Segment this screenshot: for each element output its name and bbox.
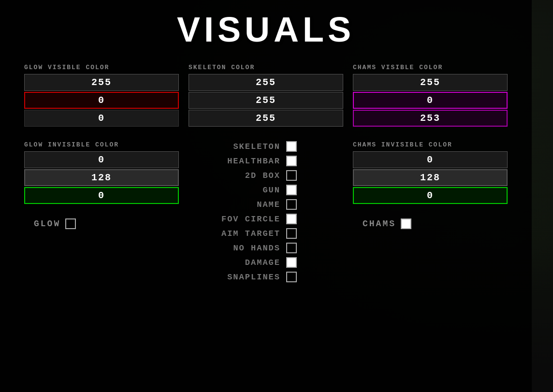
chams-visible-color-section: CHAMS VISIBLE COLOR 255 0 253 <box>348 64 512 136</box>
features-section: SKELETONHEALTHBAR2D BOXGUNNAMEFOV CIRCLE… <box>184 141 348 286</box>
feature-label: DAMAGE <box>213 258 280 267</box>
feature-item-aim-target: AIM TARGET <box>213 228 319 239</box>
glow-visible-b-input[interactable]: 0 <box>24 110 179 127</box>
feature-checkbox-no-hands[interactable] <box>286 243 297 253</box>
glow-invisible-r-input[interactable]: 0 <box>24 151 179 168</box>
glow-visible-color-inputs: 255 0 0 <box>24 74 179 127</box>
page-title: VISUALS <box>19 10 512 49</box>
feature-checkbox-gun[interactable] <box>286 185 297 195</box>
feature-label: HEALTHBAR <box>213 157 280 166</box>
glow-visible-color-section: GLOW VISIBLE COLOR 255 0 0 <box>19 64 184 136</box>
chams-invisible-color-section: CHAMS INVISIBLE COLOR 0 128 0 CHAMS <box>348 141 512 286</box>
chams-invisible-color-inputs: 0 128 0 <box>353 151 508 204</box>
chams-visible-r-input[interactable]: 255 <box>353 74 508 91</box>
chams-toggle-checkbox[interactable] <box>401 218 411 229</box>
glow-visible-r-input[interactable]: 255 <box>24 74 179 91</box>
skeleton-color-label: SKELETON COLOR <box>189 64 343 71</box>
glow-toggle-checkbox[interactable] <box>65 218 76 229</box>
feature-label: AIM TARGET <box>213 229 280 238</box>
feature-item-gun: GUN <box>213 185 319 195</box>
chams-toggle-row: CHAMS <box>363 218 508 229</box>
glow-invisible-g-input[interactable]: 128 <box>24 169 179 186</box>
chams-visible-color-inputs: 255 0 253 <box>353 74 508 127</box>
glow-visible-g-input[interactable]: 0 <box>24 92 179 109</box>
skeleton-color-inputs: 255 255 255 <box>189 74 343 127</box>
feature-label: GUN <box>213 186 280 195</box>
feature-checkbox-snaplines[interactable] <box>286 272 297 282</box>
feature-item-healthbar: HEALTHBAR <box>213 156 319 166</box>
feature-list: SKELETONHEALTHBAR2D BOXGUNNAMEFOV CIRCLE… <box>213 141 319 286</box>
skeleton-g-input[interactable]: 255 <box>189 92 343 109</box>
chams-toggle-label: CHAMS <box>363 219 396 229</box>
chams-visible-b-input[interactable]: 253 <box>353 110 508 127</box>
skeleton-b-input[interactable]: 255 <box>189 110 343 127</box>
feature-checkbox-name[interactable] <box>286 199 297 210</box>
glow-toggle-row: GLOW <box>34 218 179 229</box>
feature-item-no-hands: NO HANDS <box>213 243 319 253</box>
feature-label: SKELETON <box>213 142 280 151</box>
feature-label: NAME <box>213 200 280 209</box>
glow-toggle-label: GLOW <box>34 219 60 229</box>
chams-invisible-g-input[interactable]: 128 <box>353 169 508 186</box>
glow-invisible-color-inputs: 0 128 0 <box>24 151 179 204</box>
feature-label: 2D BOX <box>213 171 280 180</box>
feature-checkbox-damage[interactable] <box>286 257 297 268</box>
chams-invisible-color-label: CHAMS INVISIBLE COLOR <box>353 141 508 148</box>
glow-invisible-color-label: GLOW INVISIBLE COLOR <box>24 141 179 148</box>
skeleton-color-section: SKELETON COLOR 255 255 255 <box>184 64 348 136</box>
feature-item-name: NAME <box>213 199 319 210</box>
feature-label: NO HANDS <box>213 244 280 253</box>
chams-invisible-r-input[interactable]: 0 <box>353 151 508 168</box>
chams-invisible-b-input[interactable]: 0 <box>353 187 508 204</box>
glow-invisible-color-section: GLOW INVISIBLE COLOR 0 128 0 GLOW <box>19 141 184 286</box>
chams-visible-color-label: CHAMS VISIBLE COLOR <box>353 64 508 71</box>
feature-checkbox-aim-target[interactable] <box>286 228 297 239</box>
feature-item-fov-circle: FOV CIRCLE <box>213 214 319 224</box>
feature-checkbox-healthbar[interactable] <box>286 156 297 166</box>
glow-visible-color-label: GLOW VISIBLE COLOR <box>24 64 179 71</box>
feature-checkbox-2d-box[interactable] <box>286 170 297 181</box>
feature-checkbox-skeleton[interactable] <box>286 141 297 152</box>
skeleton-r-input[interactable]: 255 <box>189 74 343 91</box>
feature-item-skeleton: SKELETON <box>213 141 319 152</box>
chams-visible-g-input[interactable]: 0 <box>353 92 508 109</box>
feature-checkbox-fov-circle[interactable] <box>286 214 297 224</box>
feature-item-snaplines: SNAPLINES <box>213 272 319 282</box>
feature-label: SNAPLINES <box>213 273 280 282</box>
glow-invisible-b-input[interactable]: 0 <box>24 187 179 204</box>
feature-label: FOV CIRCLE <box>213 215 280 224</box>
feature-item-2d-box: 2D BOX <box>213 170 319 181</box>
feature-item-damage: DAMAGE <box>213 257 319 268</box>
